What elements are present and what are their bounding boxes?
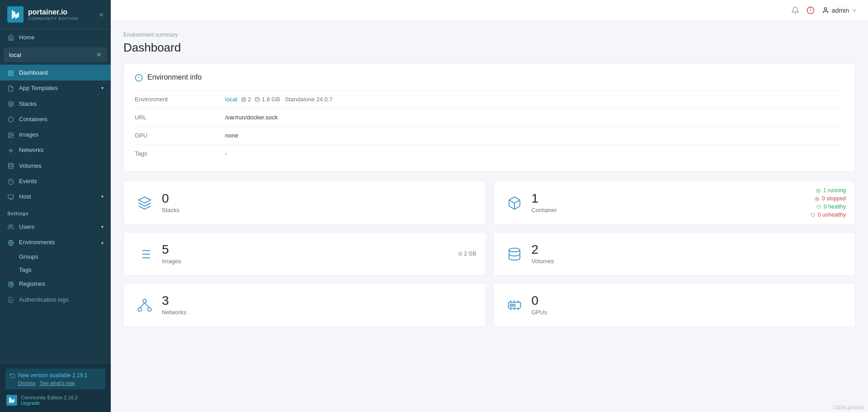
svg-rect-16 xyxy=(8,195,14,199)
svg-rect-35 xyxy=(243,99,244,100)
sidebar-item-events[interactable]: Events xyxy=(0,173,111,189)
stat-networks-label: Networks xyxy=(162,309,186,316)
environments-icon xyxy=(7,238,14,246)
sidebar-item-containers[interactable]: Containers xyxy=(0,111,111,127)
sidebar-item-registries[interactable]: Registries xyxy=(0,276,111,292)
sidebar-item-app-templates[interactable]: App Templates ▾ xyxy=(0,81,111,96)
page-title: Dashboard xyxy=(123,41,855,55)
sidebar-collapse-button[interactable]: « xyxy=(99,10,104,19)
svg-point-8 xyxy=(9,134,10,135)
version-text: Community Edition 2.16.2 xyxy=(21,395,78,400)
svg-point-57 xyxy=(143,299,146,303)
stat-card-volumes[interactable]: 2 Volumes xyxy=(493,232,856,276)
sidebar-home-label: Home xyxy=(19,34,35,41)
svg-marker-45 xyxy=(139,197,151,203)
notifications-icon[interactable] xyxy=(791,5,799,15)
badge-running: 1 running xyxy=(816,187,846,194)
env-name: local xyxy=(9,52,21,58)
sidebar-item-stacks[interactable]: Stacks xyxy=(0,96,111,111)
stat-volumes-label: Volumes xyxy=(532,258,554,265)
svg-point-48 xyxy=(815,197,819,201)
stacks-icon xyxy=(7,100,14,107)
stat-networks-icon xyxy=(137,297,153,313)
alert-icon[interactable] xyxy=(807,5,815,15)
sidebar-item-networks[interactable]: Networks xyxy=(0,142,111,158)
sidebar-version: Community Edition 2.16.2 Upgrade xyxy=(5,393,105,407)
images-icon xyxy=(7,131,14,138)
sidebar-item-environments[interactable]: Environments ▴ xyxy=(0,234,111,250)
sidebar-item-home[interactable]: Home xyxy=(0,29,111,45)
badge-unhealthy: 0 unhealthy xyxy=(811,212,846,218)
gpu-value: none xyxy=(225,132,238,139)
sidebar-item-users[interactable]: Users ▾ xyxy=(0,219,111,234)
stat-gpus-icon xyxy=(506,297,523,313)
svg-rect-4 xyxy=(9,74,10,76)
update-banner: New version available 2.19.1 Dismiss See… xyxy=(5,369,105,389)
svg-rect-49 xyxy=(816,199,818,200)
registries-icon xyxy=(7,280,14,288)
stat-card-containers[interactable]: 1 Container 1 running 0 stopped 0 health… xyxy=(493,181,856,225)
stat-containers-label: Container xyxy=(532,207,557,213)
sidebar-item-host[interactable]: Host ▾ xyxy=(0,189,111,204)
env-close-button[interactable]: ✕ xyxy=(96,51,102,58)
svg-line-60 xyxy=(140,303,145,308)
sidebar-item-tags[interactable]: Tags xyxy=(0,263,111,276)
home-icon xyxy=(7,33,14,41)
sidebar-volumes-label: Volumes xyxy=(19,162,42,169)
sidebar-item-auth-logs[interactable]: Authentication logs xyxy=(0,292,111,307)
svg-point-30 xyxy=(824,8,826,10)
settings-section-label: Settings xyxy=(0,204,111,219)
volumes-icon xyxy=(7,162,14,169)
sidebar-item-dashboard[interactable]: Dashboard xyxy=(0,65,111,80)
host-arrow-icon: ▾ xyxy=(101,194,104,199)
env-info-row-gpu: GPU none xyxy=(135,126,844,144)
sidebar-networks-label: Networks xyxy=(19,147,43,153)
topbar: admin xyxy=(111,0,868,21)
host-icon xyxy=(7,193,14,200)
stat-images-icon xyxy=(137,246,153,261)
containers-icon xyxy=(7,115,14,123)
user-icon xyxy=(822,7,829,14)
stat-card-stacks[interactable]: 0 Stacks xyxy=(123,181,486,225)
stat-card-networks[interactable]: 3 Networks xyxy=(123,283,486,327)
sidebar-item-volumes[interactable]: Volumes xyxy=(0,158,111,173)
svg-line-61 xyxy=(145,303,150,308)
stat-volumes-icon xyxy=(506,246,523,261)
stat-images-badge: ⊙ 2 GB xyxy=(458,251,476,257)
svg-rect-2 xyxy=(9,71,10,72)
sidebar-item-groups[interactable]: Groups xyxy=(0,250,111,263)
update-title: New version available 2.19.1 xyxy=(10,372,101,379)
users-icon xyxy=(7,223,14,230)
env-info-row-environment: Environment local 2 1.8 GB · Standalone … xyxy=(135,90,844,108)
env-info-row-tags: Tags - xyxy=(135,144,844,162)
sidebar-item-images[interactable]: Images xyxy=(0,127,111,142)
portainer-logo-icon xyxy=(7,6,24,23)
stat-stacks-number: 0 xyxy=(162,192,179,205)
main-content: admin Environment summary Dashboard Envi… xyxy=(111,0,868,412)
stat-images-label: Images xyxy=(162,258,181,265)
svg-point-56 xyxy=(509,248,520,252)
stat-containers-badges: 1 running 0 stopped 0 healthy 0 unhealth… xyxy=(811,187,846,218)
svg-point-9 xyxy=(10,150,12,152)
user-menu[interactable]: admin xyxy=(822,7,857,14)
sidebar-auth-logs-label: Authentication logs xyxy=(19,296,69,303)
env-link[interactable]: local xyxy=(225,96,237,103)
stat-card-images[interactable]: 5 Images ⊙ 2 GB xyxy=(123,232,486,276)
breadcrumb: Environment summary xyxy=(123,32,855,38)
stat-card-gpus[interactable]: 0 GPUs xyxy=(493,283,856,327)
stats-grid: 0 Stacks 1 Container 1 running xyxy=(123,181,855,327)
sidebar-app-templates-label: App Templates xyxy=(19,85,58,91)
sidebar-bottom: New version available 2.19.1 Dismiss See… xyxy=(0,364,111,412)
url-value: /var/run/docker.sock xyxy=(225,114,278,121)
environments-arrow-icon: ▴ xyxy=(101,240,104,245)
cpu-icon xyxy=(241,97,246,102)
env-value: local 2 1.8 GB · Standalone 24.0.7 xyxy=(225,96,333,103)
upgrade-link[interactable]: Upgrade xyxy=(21,400,78,406)
stat-gpus-number: 0 xyxy=(532,294,547,307)
sidebar-events-label: Events xyxy=(19,178,37,185)
user-menu-chevron-icon xyxy=(852,8,857,13)
update-whats-new-link[interactable]: See what's new xyxy=(40,380,75,386)
sidebar-images-label: Images xyxy=(19,131,38,138)
logo-name: portainer.io xyxy=(28,8,78,16)
update-dismiss-button[interactable]: Dismiss xyxy=(18,380,36,386)
